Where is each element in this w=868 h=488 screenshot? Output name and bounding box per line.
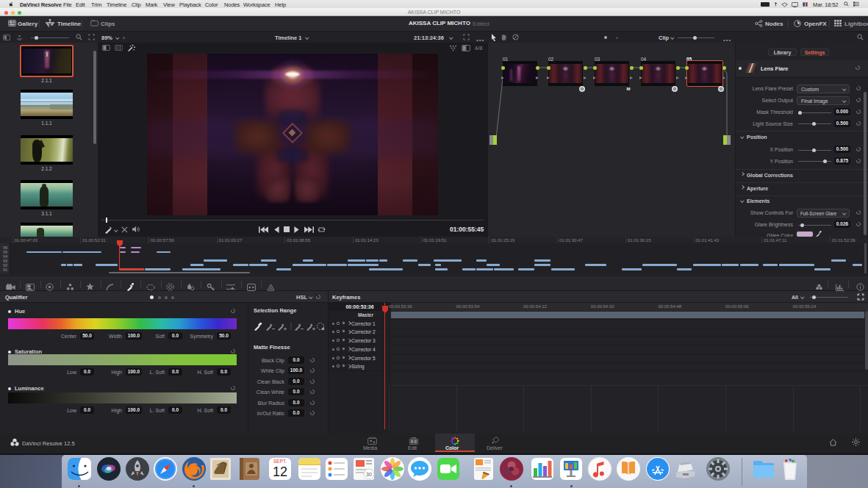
svg-text:A: A [270, 286, 273, 290]
svg-text:12: 12 [273, 464, 287, 479]
svg-text:30: 30 [366, 472, 372, 477]
svg-text:SEPT.: SEPT. [273, 459, 287, 464]
